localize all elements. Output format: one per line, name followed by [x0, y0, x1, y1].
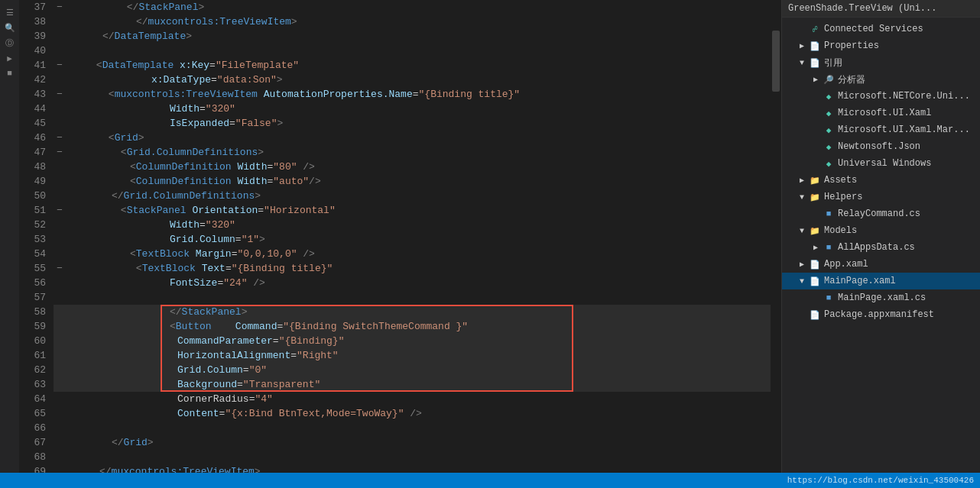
tree-references[interactable]: 📄 引用 — [782, 54, 980, 71]
line-num-45: 45 — [19, 116, 46, 131]
line-num-57: 57 — [19, 290, 46, 305]
code-line-52[interactable]: Width="320" — [54, 218, 771, 232]
code-line-47[interactable]: − <Grid.ColumnDefinitions> — [54, 145, 771, 160]
line-num-61: 61 — [19, 348, 46, 363]
line-num-64: 64 — [19, 392, 46, 406]
line-num-62: 62 — [19, 363, 46, 377]
code-line-37[interactable]: − </StackPanel> — [54, 0, 771, 15]
vertical-scrollbar[interactable] — [771, 0, 781, 473]
tree-analyzer[interactable]: 🔎 分析器 — [782, 71, 980, 88]
line-num-56: 56 — [19, 276, 46, 290]
code-line-63[interactable]: Background="Transparent" — [54, 377, 771, 392]
code-line-55[interactable]: − <TextBlock Text="{Binding title}" — [54, 261, 771, 276]
tree-main-page-xaml-cs[interactable]: ■ MainPage.xaml.cs — [782, 289, 980, 306]
code-line-48[interactable]: <ColumnDefinition Width="80" /> — [54, 160, 771, 174]
arrow-models[interactable] — [796, 227, 808, 235]
code-line-60[interactable]: CommandParameter="{Binding}" — [54, 334, 771, 348]
tree-assets[interactable]: 📁 Assets — [782, 172, 980, 189]
tree-relay-command[interactable]: ■ RelayCommand.cs — [782, 205, 980, 222]
arrow-references[interactable] — [796, 59, 808, 67]
code-line-56[interactable]: FontSize="24" /> — [54, 276, 771, 290]
arrow-analyzer[interactable] — [810, 75, 822, 84]
arrow-all-apps[interactable] — [810, 243, 822, 252]
line-numbers: 37 38 39 40 41 42 43 44 45 46 47 48 49 5… — [19, 0, 54, 473]
tree-all-apps-data[interactable]: ■ AllAppsData.cs — [782, 239, 980, 256]
line-num-65: 65 — [19, 406, 46, 421]
code-line-57[interactable] — [54, 290, 771, 305]
line-num-44: 44 — [19, 102, 46, 116]
code-lines: − </StackPanel> </muxcontrols:TreeViewIt… — [54, 0, 771, 473]
tree-app-xaml[interactable]: 📄 App.xaml — [782, 256, 980, 273]
relay-command-icon: ■ — [822, 208, 836, 220]
main-page-xaml-label: MainPage.xaml — [824, 276, 896, 286]
code-line-39[interactable]: </DataTemplate> — [54, 29, 771, 44]
line-num-69: 69 — [19, 464, 46, 473]
code-line-49[interactable]: <ColumnDefinition Width="auto"/> — [54, 174, 771, 189]
ref3-label: Microsoft.UI.Xaml.Mar... — [838, 124, 970, 135]
line-num-39: 39 — [19, 29, 46, 44]
explorer-icon[interactable]: ☰ — [4, 6, 16, 18]
code-line-44[interactable]: Width="320" — [54, 102, 771, 116]
blog-url: https://blog.csdn.net/weixin_43500426 — [787, 476, 974, 485]
code-line-38[interactable]: </muxcontrols:TreeViewItem> — [54, 15, 771, 29]
extensions-icon[interactable]: ■ — [4, 67, 16, 79]
line-num-66: 66 — [19, 421, 46, 435]
tree-ref4[interactable]: ◆ Newtonsoft.Json — [782, 138, 980, 155]
tree-connected-services[interactable]: ☍ Connected Services — [782, 21, 980, 37]
debug-icon[interactable]: ▶ — [4, 52, 16, 64]
ref2-label: Microsoft.UI.Xaml — [838, 108, 931, 118]
tree-main-page-xaml[interactable]: 📄 MainPage.xaml — [782, 273, 980, 289]
arrow-app-xaml[interactable] — [796, 260, 808, 269]
code-line-58[interactable]: </StackPanel> — [54, 305, 771, 319]
tree-helpers[interactable]: 📁 Helpers — [782, 189, 980, 205]
scrollbar-thumb[interactable] — [772, 31, 780, 92]
code-line-69[interactable]: </muxcontrols:TreeViewItem> — [54, 464, 771, 473]
arrow-main-page[interactable] — [796, 277, 808, 286]
line-num-51: 51 — [19, 203, 46, 218]
code-line-50[interactable]: </Grid.ColumnDefinitions> — [54, 189, 771, 203]
properties-icon: 📄 — [808, 40, 822, 52]
tree-models[interactable]: 📁 Models — [782, 222, 980, 239]
code-line-42[interactable]: x:DataType="data:Son"> — [54, 73, 771, 87]
code-line-64[interactable]: CornerRadius="4" — [54, 392, 771, 406]
line-num-41: 41 — [19, 58, 46, 73]
tree-ref5[interactable]: ◆ Universal Windows — [782, 155, 980, 172]
code-line-46[interactable]: − <Grid> — [54, 131, 771, 145]
tree-ref1[interactable]: ◆ Microsoft.NETCore.Uni... — [782, 88, 980, 105]
tree-ref3[interactable]: ◆ Microsoft.UI.Xaml.Mar... — [782, 121, 980, 138]
code-line-61[interactable]: HorizontalAlignment="Right" — [54, 348, 771, 363]
code-line-53[interactable]: Grid.Column="1"> — [54, 232, 771, 247]
code-line-67[interactable]: </Grid> — [54, 435, 771, 450]
connected-services-icon: ☍ — [808, 23, 822, 35]
code-line-62[interactable]: Grid.Column="0" — [54, 363, 771, 377]
arrow-helpers[interactable] — [796, 193, 808, 202]
app-xaml-label: App.xaml — [824, 259, 868, 270]
tree-ref2[interactable]: ◆ Microsoft.UI.Xaml — [782, 105, 980, 121]
line-num-42: 42 — [19, 73, 46, 87]
line-num-59: 59 — [19, 319, 46, 334]
properties-label: Properties — [824, 40, 879, 51]
code-line-41[interactable]: − <DataTemplate x:Key="FileTemplate" — [54, 58, 771, 73]
source-control-icon[interactable]: Ⓓ — [4, 37, 16, 49]
references-label: 引用 — [824, 57, 842, 69]
code-line-54[interactable]: <TextBlock Margin="0,0,10,0" /> — [54, 247, 771, 261]
arrow-assets[interactable] — [796, 176, 808, 185]
code-line-59[interactable]: <Button Command="{Binding SwitchThemeCom… — [54, 319, 771, 334]
code-line-45[interactable]: IsExpanded="False"> — [54, 116, 771, 131]
assets-icon: 📁 — [808, 174, 822, 186]
ref5-label: Universal Windows — [838, 158, 931, 169]
code-line-51[interactable]: − <StackPanel Orientation="Horizontal" — [54, 203, 771, 218]
search-icon[interactable]: 🔍 — [4, 21, 16, 34]
app-window: ☰ 🔍 Ⓓ ▶ ■ 37 38 39 40 41 42 43 44 — [0, 0, 980, 488]
code-line-43[interactable]: − <muxcontrols:TreeViewItem AutomationPr… — [54, 87, 771, 102]
code-line-68[interactable] — [54, 450, 771, 464]
arrow-properties[interactable] — [796, 41, 808, 50]
code-line-40[interactable] — [54, 44, 771, 58]
ref1-label: Microsoft.NETCore.Uni... — [838, 91, 970, 102]
main-page-xaml-icon: 📄 — [808, 275, 822, 287]
tree-package[interactable]: 📄 Package.appxmanifest — [782, 306, 980, 323]
line-num-50: 50 — [19, 189, 46, 203]
tree-properties[interactable]: 📄 Properties — [782, 37, 980, 54]
code-line-65[interactable]: Content="{x:Bind BtnText,Mode=TwoWay}" /… — [54, 406, 771, 421]
code-line-66[interactable] — [54, 421, 771, 435]
